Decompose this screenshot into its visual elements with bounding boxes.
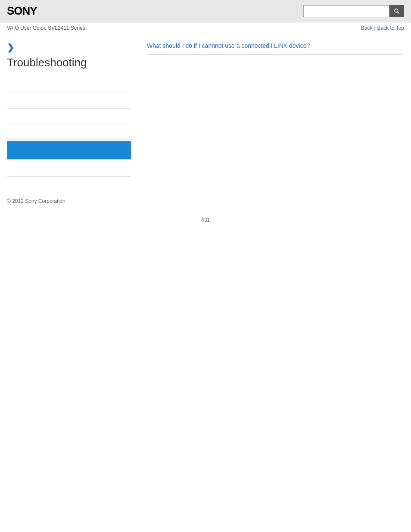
search-icon	[393, 8, 400, 15]
sidebar-selected-item[interactable]	[7, 141, 131, 159]
sidebar-item	[7, 109, 131, 124]
content-area: What should I do if I cannnot use a conn…	[138, 38, 411, 181]
footer: © 2012 Sony Corporation	[0, 185, 411, 208]
sidebar-item	[7, 124, 131, 140]
search-input[interactable]	[303, 5, 389, 17]
svg-line-1	[398, 12, 399, 13]
search-button[interactable]	[389, 5, 404, 17]
sidebar: ❯ Troubleshooting	[0, 38, 138, 181]
main-layout: ❯ Troubleshooting What should I do if I …	[0, 34, 411, 185]
breadcrumb-bar: VAIO User Guide SVL2411 Series Back | Ba…	[0, 22, 411, 34]
sidebar-title: Troubleshooting	[7, 56, 131, 73]
sidebar-item	[7, 78, 131, 93]
sony-logo: SONY	[7, 4, 37, 18]
separator: |	[374, 25, 375, 31]
svg-point-0	[395, 9, 398, 12]
guide-title: VAIO User Guide SVL2411 Series	[7, 25, 85, 31]
chevron-icon: ❯	[7, 42, 131, 53]
sidebar-item-last	[7, 161, 131, 177]
header: SONY	[0, 0, 411, 22]
back-link[interactable]: Back	[361, 25, 373, 31]
sidebar-item	[7, 93, 131, 109]
page-number: 431	[0, 208, 411, 232]
search-container	[303, 5, 404, 17]
content-main-link[interactable]: What should I do if I cannnot use a conn…	[147, 42, 402, 55]
back-to-top-link[interactable]: Back to Top	[377, 25, 404, 31]
breadcrumb-links: Back | Back to Top	[361, 25, 404, 31]
copyright-text: © 2012 Sony Corporation	[7, 198, 404, 204]
